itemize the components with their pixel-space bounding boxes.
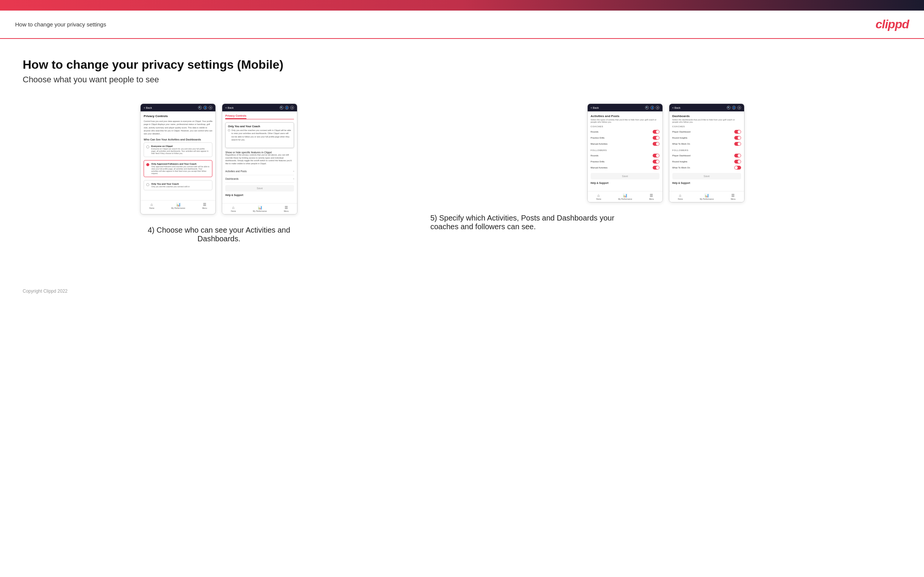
- coaches-drills-row: Practice Drills: [591, 135, 659, 141]
- followers-drills-label: Practice Drills: [591, 161, 605, 163]
- coaches-insights-toggle[interactable]: [734, 136, 741, 140]
- phone2-content: Privacy Controls Only You and Your Coach…: [222, 111, 297, 199]
- settings-icon[interactable]: ⚙: [208, 106, 212, 110]
- tab3-home-label: Home: [596, 198, 601, 200]
- followers-work-label: What To Work On: [672, 166, 690, 169]
- menu-dashboards[interactable]: Dashboards ›: [225, 175, 294, 183]
- phone-4: < Back 🔍 👤 ⚙ Dashboards Select the dashb…: [669, 103, 745, 202]
- privacy-tab-label[interactable]: Privacy Controls: [225, 114, 246, 119]
- tab2-perf-label: My Performance: [253, 210, 267, 212]
- tab-perf-label: My Performance: [171, 207, 185, 209]
- phone1-nav: < Back 🔍 👤 ⚙: [141, 104, 215, 111]
- option1-desc: Everyone on Clippd can search for you an…: [151, 148, 210, 155]
- home-icon-3: ⌂: [598, 193, 600, 198]
- coaches-rounds-toggle[interactable]: [653, 130, 659, 134]
- phone1-back[interactable]: < Back: [144, 106, 152, 109]
- settings-icon-4[interactable]: ⚙: [737, 106, 741, 110]
- menu-icon-2: ☰: [284, 205, 288, 210]
- option2-desc: Only approved followers and coaches you …: [151, 165, 210, 174]
- coaches-round-insights: Round Insights: [672, 135, 741, 141]
- followers-insights-toggle[interactable]: [734, 160, 741, 163]
- search-icon-3[interactable]: 🔍: [645, 106, 649, 110]
- tab-menu[interactable]: ☰ Menu: [202, 202, 207, 209]
- phone1-body: Control how you and your data appears to…: [144, 120, 212, 135]
- followers-drills-toggle[interactable]: [653, 160, 659, 163]
- coaches-drills-label: Practice Drills: [591, 137, 605, 139]
- coaches-manual-toggle[interactable]: [653, 142, 659, 146]
- show-hide-desc: Regardless of the privacy controls that …: [225, 154, 294, 165]
- save-button-4[interactable]: Save: [672, 173, 741, 179]
- chart-icon: 📊: [176, 202, 181, 206]
- tab-home-label: Home: [149, 207, 154, 209]
- header: How to change your privacy settings clip…: [0, 11, 924, 39]
- coaches-work-toggle[interactable]: [734, 142, 741, 146]
- followers-work-toggle[interactable]: [734, 166, 741, 169]
- search-icon-4[interactable]: 🔍: [727, 106, 730, 110]
- privacy-tab: Privacy Controls: [225, 114, 294, 119]
- tab3-menu[interactable]: ☰ Menu: [649, 193, 654, 200]
- tab-menu-label: Menu: [202, 207, 207, 209]
- save-button-2[interactable]: Save: [225, 185, 294, 192]
- person-icon[interactable]: 👤: [203, 106, 207, 110]
- coaches-label: COACHES: [591, 126, 659, 127]
- settings-icon-2[interactable]: ⚙: [290, 106, 294, 110]
- option1-label: Everyone on Clippd: [151, 145, 210, 147]
- tab4-menu[interactable]: ☰ Menu: [731, 193, 736, 200]
- phone2-nav-icons: 🔍 👤 ⚙: [279, 106, 294, 110]
- page-subheading: Choose what you want people to see: [23, 75, 901, 85]
- person-icon-3[interactable]: 👤: [650, 106, 654, 110]
- radio-dot-3: [146, 183, 149, 186]
- help-support-4: Help & Support: [672, 182, 741, 184]
- tab4-home[interactable]: ⌂ Home: [678, 193, 683, 200]
- followers-insights-label: Round Insights: [672, 161, 687, 163]
- phones-row-left: < Back 🔍 👤 ⚙ Privacy Controls Control ho…: [140, 103, 297, 214]
- phone1-option1[interactable]: Everyone on Clippd Everyone on Clippd ca…: [144, 142, 212, 157]
- tab-home[interactable]: ⌂ Home: [149, 202, 154, 209]
- person-icon-4[interactable]: 👤: [732, 106, 736, 110]
- phone2-tab-bar: ⌂ Home 📊 My Performance ☰ Menu: [222, 203, 297, 214]
- settings-icon-3[interactable]: ⚙: [656, 106, 659, 110]
- tab3-performance[interactable]: 📊 My Performance: [618, 193, 632, 200]
- tab2-menu[interactable]: ☰ Menu: [284, 205, 289, 212]
- chevron-right-icon-2: ›: [293, 177, 294, 181]
- coaches-player-toggle[interactable]: [734, 130, 741, 134]
- tab2-home[interactable]: ⌂ Home: [231, 205, 236, 212]
- followers-drills-row: Practice Drills: [591, 159, 659, 164]
- coaches-label-4: COACHES: [672, 126, 741, 127]
- tab3-home[interactable]: ⌂ Home: [596, 193, 601, 200]
- phone3-back[interactable]: < Back: [591, 106, 599, 109]
- phone4-back[interactable]: < Back: [672, 106, 681, 109]
- tab2-performance[interactable]: 📊 My Performance: [253, 205, 267, 212]
- followers-player-toggle[interactable]: [734, 154, 741, 158]
- coaches-drills-toggle[interactable]: [653, 136, 659, 140]
- phone1-option3[interactable]: Only You and Your Coach Only you and the…: [144, 180, 212, 190]
- home-icon-2: ⌂: [233, 205, 235, 210]
- top-bar: [0, 0, 924, 11]
- search-icon[interactable]: 🔍: [198, 106, 202, 110]
- followers-rounds-toggle[interactable]: [653, 154, 659, 158]
- activities-title: Activities and Posts: [591, 114, 659, 118]
- save-button-3[interactable]: Save: [591, 173, 659, 179]
- tab4-performance[interactable]: 📊 My Performance: [700, 193, 714, 200]
- phone1-option2[interactable]: Only Approved Followers and Your Coach O…: [144, 160, 212, 177]
- phone2-back[interactable]: < Back: [225, 106, 234, 109]
- screenshots-section: < Back 🔍 👤 ⚙ Privacy Controls Control ho…: [23, 103, 901, 243]
- chart-icon-4: 📊: [704, 193, 709, 198]
- tab2-menu-label: Menu: [284, 210, 289, 212]
- show-hide-title: Show or hide specific features in Clippd: [225, 151, 294, 154]
- tab-performance[interactable]: 📊 My Performance: [171, 202, 185, 209]
- popup-radio: [228, 129, 230, 131]
- copyright: Copyright Clippd 2022: [23, 288, 68, 294]
- coaches-work-label: What To Work On: [672, 143, 690, 145]
- coaches-player-label: Player Dashboard: [672, 131, 690, 133]
- person-icon-2[interactable]: 👤: [285, 106, 289, 110]
- followers-manual-toggle[interactable]: [653, 166, 659, 169]
- coaches-rounds-label: Rounds: [591, 131, 599, 133]
- dashboards-title: Dashboards: [672, 114, 741, 118]
- followers-label-4: FOLLOWERS: [672, 149, 741, 152]
- phone4-nav-icons: 🔍 👤 ⚙: [727, 106, 741, 110]
- followers-round-insights: Round Insights: [672, 159, 741, 164]
- search-icon-2[interactable]: 🔍: [279, 106, 283, 110]
- menu-activities[interactable]: Activities and Posts ›: [225, 168, 294, 175]
- coaches-player-dashboard: Player Dashboard: [672, 129, 741, 135]
